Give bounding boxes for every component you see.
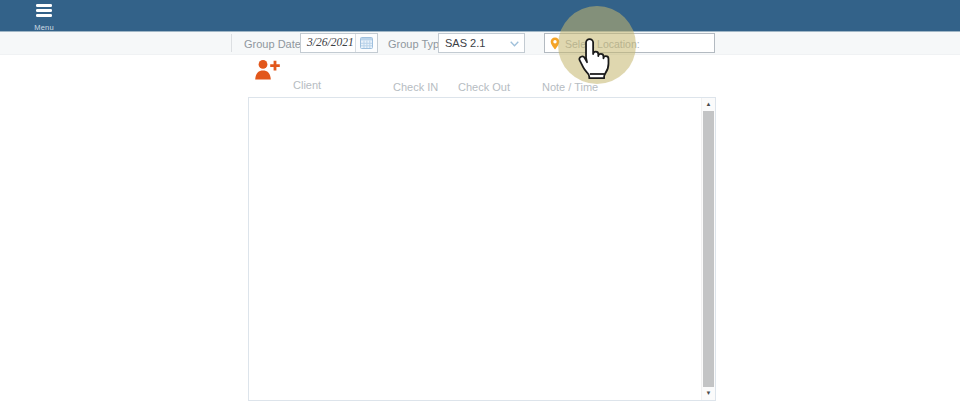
select-location-field[interactable]: Select Location: (544, 33, 715, 53)
group-date-input[interactable]: 3/26/2021 (300, 33, 378, 53)
group-date-label: Group Date: (244, 38, 304, 50)
column-header-check-out: Check Out (458, 81, 510, 93)
calendar-button[interactable] (355, 34, 377, 52)
scroll-up-arrow[interactable]: ▲ (702, 98, 715, 111)
add-client-button[interactable] (254, 59, 281, 81)
column-header-note-time: Note / Time (542, 81, 598, 93)
group-type-value: SAS 2.1 (445, 37, 485, 49)
column-header-check-in: Check IN (393, 81, 438, 93)
header-bar: Menu (0, 0, 960, 31)
group-type-select[interactable]: SAS 2.1 (438, 33, 525, 53)
group-date-value: 3/26/2021 (307, 36, 354, 48)
hamburger-icon (36, 4, 52, 17)
scrollbar-thumb[interactable] (703, 111, 714, 387)
chevron-down-icon (510, 41, 519, 47)
location-pin-icon (550, 37, 560, 50)
toolbar-separator (231, 34, 232, 52)
add-person-icon (254, 59, 280, 80)
column-header-client: Client (293, 79, 321, 91)
scroll-down-arrow[interactable]: ▼ (702, 387, 715, 400)
app-window: Menu Group Date: 3/26/2021 Group Type: S… (0, 0, 960, 410)
client-roster-list: ▲ ▼ (248, 97, 716, 401)
menu-button[interactable]: Menu (27, 3, 61, 32)
calendar-icon (360, 37, 373, 49)
scrollbar[interactable]: ▲ ▼ (701, 98, 715, 400)
select-location-placeholder: Select Location: (565, 38, 640, 50)
